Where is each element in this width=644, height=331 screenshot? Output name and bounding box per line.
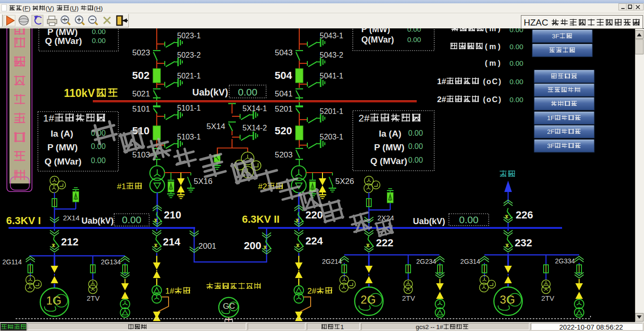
svg-text:5021: 5021 [132, 89, 150, 98]
svg-text:5041: 5041 [275, 89, 293, 98]
svg-text:2G234: 2G234 [416, 258, 436, 265]
svg-text:2G134: 2G134 [101, 258, 121, 266]
svg-text:P (MW): P (MW) [47, 27, 78, 37]
svg-text:2TV: 2TV [87, 294, 100, 302]
svg-text:224: 224 [305, 235, 323, 247]
svg-text:6.3KV I: 6.3KV I [6, 215, 41, 226]
svg-text:2X14: 2X14 [63, 214, 80, 222]
svg-text:110kV: 110kV [64, 87, 95, 99]
svg-text:#1: #1 [117, 182, 126, 191]
svg-text:5101: 5101 [132, 105, 150, 113]
svg-text:GC: GC [223, 302, 235, 311]
svg-text:232: 232 [515, 237, 532, 249]
svg-text:5X14: 5X14 [206, 122, 225, 131]
svg-text:Q (MVar): Q (MVar) [370, 156, 407, 166]
svg-text:5101-1: 5101-1 [177, 104, 201, 112]
svg-text:212: 212 [61, 236, 79, 248]
svg-text:P (MW): P (MW) [47, 142, 78, 152]
svg-text:210: 210 [164, 209, 181, 221]
svg-text:2TV: 2TV [402, 294, 415, 302]
svg-text:Ia (A): Ia (A) [51, 129, 73, 139]
svg-text:0.00: 0.00 [91, 142, 106, 150]
svg-text:200: 200 [244, 240, 261, 252]
svg-text:6.3KV II: 6.3KV II [242, 213, 279, 225]
svg-text:5103-1: 5103-1 [177, 133, 201, 141]
svg-text:5023-2: 5023-2 [177, 51, 201, 59]
svg-text:502: 502 [132, 70, 150, 81]
svg-text:0.00: 0.00 [510, 43, 523, 51]
svg-text:1G: 1G [46, 294, 62, 307]
svg-text:2001: 2001 [198, 242, 216, 251]
svg-text:(oC): (oC) [483, 78, 502, 86]
svg-text:214: 214 [163, 236, 180, 248]
svg-text:2G214: 2G214 [322, 258, 342, 265]
svg-text:2G: 2G [361, 293, 376, 306]
svg-text:Q (MVar): Q (MVar) [45, 36, 82, 46]
svg-text:5043: 5043 [275, 48, 293, 57]
svg-text:5X14-1: 5X14-1 [242, 105, 267, 113]
svg-text:0.00: 0.00 [122, 214, 142, 225]
svg-text:P (MW): P (MW) [374, 142, 404, 152]
svg-text:2#: 2# [307, 287, 316, 296]
svg-text:Ia (A): Ia (A) [379, 129, 402, 139]
svg-text:0.00: 0.00 [459, 214, 479, 225]
svg-text:220: 220 [305, 209, 323, 221]
svg-text:0.00: 0.00 [238, 87, 258, 97]
svg-text:5X16: 5X16 [194, 177, 213, 186]
svg-text:5201-1: 5201-1 [320, 107, 343, 115]
svg-text:Uab(kV): Uab(kV) [192, 87, 228, 97]
svg-text:5043-1: 5043-1 [320, 32, 343, 40]
svg-text:222: 222 [376, 237, 394, 249]
svg-text:5203-1: 5203-1 [320, 133, 343, 141]
svg-text:Q(MVar): Q(MVar) [361, 35, 394, 44]
svg-text:0.00: 0.00 [408, 129, 423, 137]
svg-text:5023: 5023 [132, 48, 150, 57]
svg-text:226: 226 [516, 209, 533, 221]
svg-text:0.00: 0.00 [510, 59, 523, 67]
svg-text:5201: 5201 [275, 105, 293, 113]
svg-text:(m): (m) [485, 59, 502, 67]
svg-text:5X14-2: 5X14-2 [242, 124, 267, 132]
svg-text:Q (MVar): Q (MVar) [45, 157, 81, 166]
svg-text:3G: 3G [500, 293, 515, 306]
svg-text:5X26: 5X26 [335, 177, 354, 186]
svg-text:0.00: 0.00 [510, 78, 523, 86]
svg-text:0.00: 0.00 [408, 142, 423, 150]
svg-text:5041-1: 5041-1 [320, 72, 343, 80]
svg-text:(m): (m) [485, 43, 502, 51]
svg-text:0.00: 0.00 [92, 27, 106, 35]
svg-text:0.00: 0.00 [510, 96, 523, 104]
svg-text:0.00: 0.00 [408, 156, 423, 164]
svg-text:2G314: 2G314 [460, 258, 480, 265]
svg-text:2G114: 2G114 [2, 258, 22, 266]
svg-text:Uab(kV): Uab(kV) [413, 217, 445, 226]
svg-text:0.00: 0.00 [92, 36, 106, 44]
svg-text:5103: 5103 [132, 150, 150, 159]
svg-text:5023-1: 5023-1 [177, 32, 201, 40]
svg-text:2#: 2# [437, 95, 446, 104]
svg-text:Uab(kV): Uab(kV) [81, 216, 114, 226]
svg-text:0.00: 0.00 [91, 157, 106, 165]
svg-text:1#: 1# [165, 287, 174, 296]
svg-text:2TV: 2TV [541, 294, 555, 302]
svg-text:520: 520 [275, 125, 292, 137]
svg-text:1#: 1# [43, 113, 54, 123]
svg-text:5203: 5203 [275, 150, 293, 159]
svg-text:2#: 2# [358, 113, 370, 123]
svg-text:504: 504 [275, 70, 292, 81]
svg-text:2G334: 2G334 [555, 257, 575, 265]
svg-text:0.00: 0.00 [407, 35, 421, 44]
svg-text:5021-1: 5021-1 [177, 72, 201, 80]
svg-text:1#: 1# [437, 77, 446, 86]
svg-text:5043-2: 5043-2 [320, 51, 343, 59]
svg-text:(oC): (oC) [483, 96, 502, 104]
